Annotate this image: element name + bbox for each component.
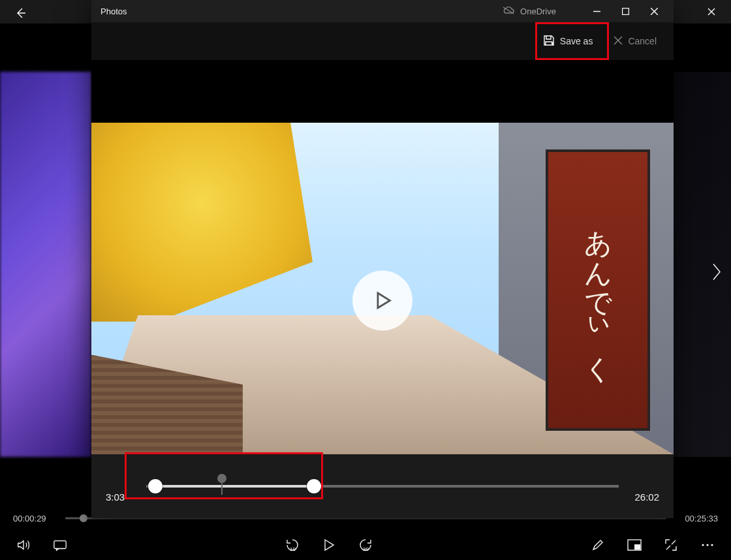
svg-rect-0 bbox=[54, 541, 66, 549]
svg-rect-4 bbox=[634, 544, 640, 550]
cancel-button[interactable]: Cancel bbox=[606, 29, 664, 54]
more-icon[interactable] bbox=[697, 535, 718, 555]
app-title: Photos bbox=[101, 7, 127, 16]
onedrive-label: OneDrive bbox=[520, 7, 556, 16]
minimize-icon[interactable] bbox=[582, 2, 611, 20]
svg-text:30: 30 bbox=[363, 546, 369, 552]
subtitles-icon[interactable] bbox=[50, 535, 70, 555]
maximize-icon[interactable] bbox=[611, 2, 640, 20]
highlight-trim-handles bbox=[125, 452, 323, 499]
skip-fwd-30-icon[interactable]: 30 bbox=[355, 535, 376, 555]
background-video-art-left bbox=[0, 72, 91, 457]
svg-rect-8 bbox=[622, 8, 629, 14]
video-preview-area: あんでぃく bbox=[91, 60, 674, 454]
cancel-label: Cancel bbox=[628, 36, 657, 46]
chevron-right-icon[interactable] bbox=[710, 262, 723, 287]
signboard-text: あんでぃく bbox=[546, 149, 651, 431]
video-frame: あんでぃく bbox=[91, 123, 674, 454]
outer-total-time: 00:25:33 bbox=[672, 514, 718, 523]
skip-back-10-icon[interactable]: 10 bbox=[282, 535, 303, 555]
svg-point-7 bbox=[711, 544, 713, 546]
modal-titlebar[interactable]: Photos OneDrive bbox=[91, 0, 674, 22]
outer-close-icon[interactable] bbox=[697, 1, 726, 22]
close-icon[interactable] bbox=[640, 2, 668, 20]
preview-play-button[interactable] bbox=[352, 270, 412, 330]
mini-view-icon[interactable] bbox=[624, 535, 645, 555]
volume-icon[interactable] bbox=[13, 535, 34, 555]
svg-point-5 bbox=[702, 544, 704, 546]
photos-trim-window: Photos OneDrive Save as C bbox=[91, 0, 674, 518]
cloud-off-icon bbox=[502, 6, 515, 17]
highlight-save-as bbox=[535, 22, 609, 60]
outer-current-time: 00:00:29 bbox=[13, 514, 59, 523]
pencil-icon[interactable] bbox=[587, 535, 608, 555]
cancel-close-icon bbox=[614, 36, 623, 47]
svg-point-6 bbox=[706, 544, 708, 546]
play-icon[interactable] bbox=[319, 535, 339, 555]
fullscreen-icon[interactable] bbox=[661, 535, 681, 555]
onedrive-status[interactable]: OneDrive bbox=[502, 6, 556, 17]
svg-text:10: 10 bbox=[290, 546, 296, 552]
trim-end-time: 26:02 bbox=[625, 491, 659, 503]
back-arrow-icon[interactable] bbox=[14, 7, 27, 23]
